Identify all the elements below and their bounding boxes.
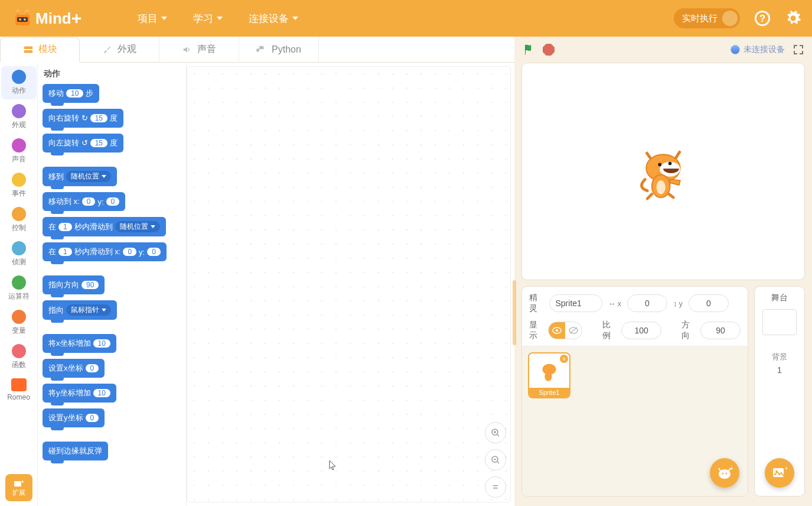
block-glide-xy[interactable]: 在1秒内滑动到 x:0y:0 [43,242,167,261]
category-rail: 动作 外观 声音 事件 控制 侦测 运算符 变量 函数 Romeo 扩展 [0,63,38,506]
label-show: 显示 [529,320,542,341]
help-icon[interactable]: ? [754,10,771,27]
block-goto-xy[interactable]: 移动到 x:0y:0 [43,192,125,211]
menu-project[interactable]: 项目 [138,12,167,25]
block-set-y[interactable]: 设置y坐标0 [43,408,105,427]
svg-point-24 [719,469,731,479]
label-scale: 比例 [602,320,615,341]
cat-variables[interactable]: 变量 [1,306,37,339]
cat-control[interactable]: 控制 [1,203,37,236]
svg-point-15 [658,163,661,167]
block-goto-random[interactable]: 移到随机位置 [43,167,117,186]
add-sprite-button[interactable]: + [710,458,739,488]
sprite-thumb-label: Sprite1 [529,388,569,397]
block-palette[interactable]: 动作 移动10步 向右旋转 ↻15度 向左旋转 ↺15度 移到随机位置 移动到 … [38,63,187,506]
sprite-name-input[interactable] [549,294,602,312]
image-plus-icon: + [772,466,787,479]
backdrops-label: 背景 [772,352,787,362]
block-change-y[interactable]: 将y坐标增加10 [43,384,116,403]
sprite-direction-input[interactable] [700,322,741,339]
stage-thumb[interactable] [762,309,797,335]
menu-connect[interactable]: 连接设备 [249,12,298,25]
label-direction: 方向 [681,320,694,341]
zoom-out-button[interactable] [485,449,506,471]
brush-icon [102,44,113,55]
cat-motion[interactable]: 动作 [1,66,37,99]
svg-point-18 [656,180,665,194]
realtime-toggle[interactable]: 实时执行 [674,8,740,28]
block-change-x[interactable]: 将x坐标增加10 [43,334,116,353]
block-turn-right[interactable]: 向右旋转 ↻15度 [43,109,123,128]
x-icon: ↔ x [608,299,622,308]
svg-point-26 [726,473,728,475]
blocks-icon [23,44,34,55]
cat-sensing[interactable]: 侦测 [1,238,37,271]
add-backdrop-button[interactable]: + [765,458,794,488]
tab-sound[interactable]: 声音 [159,37,239,62]
sprite-thumb[interactable]: × Sprite1 [528,352,570,398]
menu-bar: 项目 学习 连接设备 [138,12,298,25]
block-turn-left[interactable]: 向左旋转 ↺15度 [43,134,123,153]
stop-icon[interactable] [543,44,555,56]
svg-text:+: + [730,466,733,472]
robot-icon [11,7,34,30]
eye-icon [552,327,562,334]
menu-learn[interactable]: 学习 [193,12,223,25]
backdrops-count: 1 [777,365,782,375]
extension-icon [13,479,25,488]
sprite-x-input[interactable] [627,294,667,312]
svg-rect-10 [14,481,21,486]
block-set-x[interactable]: 设置x坐标0 [43,359,105,378]
eye-off-icon [569,327,578,334]
python-icon [256,44,267,55]
block-point-towards[interactable]: 指向鼠标指针 [43,300,117,320]
script-workspace[interactable]: = [187,63,514,506]
tab-looks[interactable]: 外观 [80,37,159,62]
toggle-knob [722,11,738,26]
y-icon: ↕ y [673,299,683,308]
show-button[interactable] [549,322,565,339]
cat-looks[interactable]: 外观 [1,100,37,134]
green-flag-icon[interactable] [523,43,536,56]
hide-button[interactable] [565,322,582,339]
realtime-label: 实时执行 [682,13,718,24]
svg-point-3 [24,18,26,21]
sprite-y-input[interactable] [689,294,729,312]
chevron-down-icon [161,17,167,20]
logo[interactable]: Mind+ [11,5,96,32]
editor-tabs: 模块 外观 声音 Python [0,37,514,63]
gear-icon[interactable] [785,10,801,27]
svg-point-2 [19,18,21,21]
block-glide-random[interactable]: 在1秒内滑动到随机位置 [43,217,166,236]
cat-events[interactable]: 事件 [1,169,37,202]
connection-status[interactable]: 未连接设备 [731,44,785,55]
zoom-reset-button[interactable]: = [485,476,506,498]
sprite-scale-input[interactable] [621,322,661,339]
palette-title: 动作 [44,69,182,79]
cat-face-icon: + [716,466,733,480]
extensions-button[interactable]: 扩展 [5,474,32,501]
status-dot-icon [731,45,740,54]
svg-rect-1 [17,17,28,22]
sprite-on-stage[interactable] [635,142,692,201]
svg-point-25 [722,473,724,475]
svg-point-20 [556,329,558,332]
block-bounce-edge[interactable]: 碰到边缘就反弹 [43,442,108,460]
block-move-steps[interactable]: 移动10步 [43,84,99,103]
tab-blocks[interactable]: 模块 [0,37,80,63]
zoom-in-button[interactable] [485,422,506,443]
stage[interactable] [521,63,805,280]
fullscreen-icon[interactable] [793,44,804,55]
tab-python[interactable]: Python [239,37,319,62]
block-point-direction[interactable]: 指向方向90 [43,275,105,294]
delete-sprite-button[interactable]: × [560,355,568,363]
cat-sound[interactable]: 声音 [1,135,37,168]
top-nav: Mind+ 项目 学习 连接设备 实时执行 ? [0,0,812,37]
svg-point-16 [668,162,672,166]
sprite-list: × Sprite1 + [522,346,748,496]
workspace-scrollbar[interactable] [513,280,516,345]
cat-functions[interactable]: 函数 [1,340,37,374]
visibility-toggle [548,322,582,339]
cat-romeo[interactable]: Romeo [1,375,37,405]
cat-operators[interactable]: 运算符 [1,272,37,305]
